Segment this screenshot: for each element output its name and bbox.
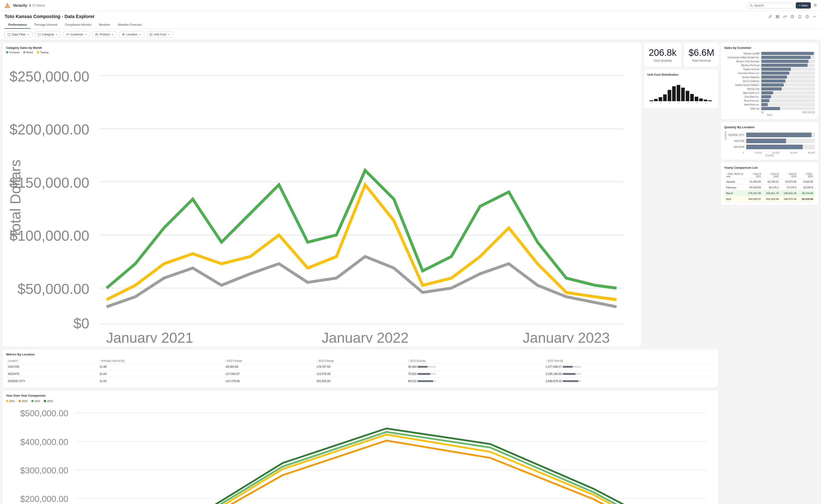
sales-customer-bars: Kansas LandfillCommunity Coffee Grinder … xyxy=(724,52,815,110)
col-2023-qty[interactable]: ↑ 2023 Quantity xyxy=(406,358,544,363)
svg-rect-8 xyxy=(776,17,777,18)
bookmark-icon[interactable] xyxy=(798,15,802,19)
layout-icon[interactable] xyxy=(776,15,779,19)
filter-category[interactable]: Category xyxy=(35,31,61,37)
user-icon xyxy=(66,33,69,36)
table-row: HOLTON 31.88 -28,565.89 178,767.53 46,46… xyxy=(6,363,715,370)
sales-by-customer-card: Sales by Customer Kansas LandfillCommuni… xyxy=(721,43,818,119)
share-icon[interactable] xyxy=(783,15,787,19)
yearly-col-2023[interactable]: ↑ Sum of 2023 xyxy=(780,172,798,179)
tab-weather[interactable]: Weather xyxy=(95,21,114,29)
map-pin-icon xyxy=(122,33,125,36)
customer-bar-row: Dust Blast Inc. xyxy=(724,95,815,98)
page-header: Toto Kansas Composting - Data Explorer i… xyxy=(0,11,821,29)
legend-mulch: Mulch xyxy=(23,51,33,54)
svg-text:January 2022: January 2022 xyxy=(321,330,408,343)
yearly-col-diff[interactable]: ↑ 2023 - 2022 xyxy=(798,172,815,179)
customer-bar-row: Other (6) xyxy=(724,107,815,110)
info-icon[interactable]: i xyxy=(805,15,809,19)
metrics-by-location-card: Metrics By Location Location ↑ ↑ Average… xyxy=(3,349,718,388)
yearly-col-month[interactable]: ↑ Date: Month of year xyxy=(724,172,745,179)
svg-rect-55 xyxy=(708,100,712,101)
svg-point-13 xyxy=(813,16,814,17)
qty-y-label: Location xyxy=(724,131,727,140)
category-chart-title: Category Sales by Month xyxy=(6,46,638,50)
settings-icon[interactable] xyxy=(813,3,817,8)
filter-customer[interactable]: Customer xyxy=(63,31,90,37)
filter-location[interactable]: Location xyxy=(119,31,144,37)
table-row: January21,403.4518,746.2124,575.865,829.… xyxy=(724,179,815,185)
svg-point-3 xyxy=(750,4,752,6)
col-avg-unit[interactable]: ↑ Average Unitcost ($) xyxy=(98,358,223,363)
svg-rect-21 xyxy=(96,34,98,36)
table-row: March175,427.38150,911.79199,631.4548,71… xyxy=(724,190,815,196)
col-2022-change[interactable]: ↑ 2022 Change xyxy=(223,358,315,363)
svg-text:$200,000.00: $200,000.00 xyxy=(9,121,89,137)
svg-text:January 2021: January 2021 xyxy=(106,330,193,343)
svg-rect-7 xyxy=(778,15,779,16)
col-2023-change[interactable]: ↑ 2023 Change xyxy=(315,358,406,363)
svg-text:Unit Cost: Unit Cost xyxy=(678,104,685,105)
calendar-icon xyxy=(8,33,10,36)
new-button[interactable]: + New xyxy=(796,2,811,9)
edit-icon[interactable] xyxy=(768,15,772,19)
table-row: February65,918.5656,175.172,375.916,200.… xyxy=(724,185,815,190)
legend-tipping: Tipping xyxy=(37,51,48,54)
sales-x-label: Sales xyxy=(724,114,815,116)
qty-location-title: Quantity By Location xyxy=(724,125,815,129)
filter-product[interactable]: Product xyxy=(92,31,117,37)
col-location[interactable]: Location ↑ xyxy=(6,358,98,363)
filter-date[interactable]: Date Filter xyxy=(5,31,32,37)
dollar-icon: $ xyxy=(150,33,152,36)
svg-text:$300,000.00: $300,000.00 xyxy=(20,466,68,475)
tab-tonnage[interactable]: Tonnage Inbound xyxy=(30,21,61,29)
kpi-revenue-label: Total Revenue xyxy=(692,59,711,62)
chevron-down-icon xyxy=(139,33,141,36)
kpi-quantity: 206.8k Total Quantity xyxy=(644,43,681,67)
svg-rect-50 xyxy=(686,91,689,101)
svg-text:$200,000.00: $200,000.00 xyxy=(20,494,68,504)
svg-line-4 xyxy=(752,6,753,7)
svg-rect-45 xyxy=(663,94,667,101)
yearly-comparison-title: Yearly Comparison List xyxy=(724,166,815,169)
qty-x-label: Quantity xyxy=(724,154,815,157)
page-title-row: Toto Kansas Composting - Data Explorer i xyxy=(5,14,816,21)
svg-rect-47 xyxy=(672,86,676,101)
filter-unit-cost[interactable]: $ Unit Cost xyxy=(146,31,173,37)
history-icon[interactable] xyxy=(790,15,794,19)
search-box[interactable]: Search xyxy=(747,3,793,8)
customer-bar-row: Concrete Vertex LLC xyxy=(724,72,815,75)
qty-bars: DODGE CITY HOLTON WICHITA xyxy=(728,131,815,151)
chevron-down-icon xyxy=(111,33,114,36)
yearly-col-2021[interactable]: ↑ Sum of 2021 xyxy=(745,172,763,179)
kpi-quantity-label: Total Quantity xyxy=(653,59,672,62)
customer-bar-row: Terra Form Inc. xyxy=(724,99,815,102)
yoy-title: Year Over Year Comparison xyxy=(6,394,715,397)
svg-text:January 2023: January 2023 xyxy=(523,330,610,343)
kpi-revenue-value: $6.6M xyxy=(689,47,714,58)
svg-point-22 xyxy=(123,34,124,34)
chevron-down-icon xyxy=(168,33,170,36)
customer-bar-row: Community Coffee Grinder Inc. xyxy=(724,56,815,59)
col-2023-total[interactable]: ↑ 2023 Total ($) xyxy=(544,358,715,363)
more-icon[interactable] xyxy=(813,15,816,19)
title-actions: i xyxy=(768,15,816,19)
chevron-down-icon xyxy=(56,33,58,36)
svg-point-15 xyxy=(815,16,816,17)
metrics-title: Metrics By Location xyxy=(6,353,715,356)
metrics-table: Location ↑ ↑ Average Unitcost ($) ↑ 2022… xyxy=(6,358,715,385)
svg-rect-49 xyxy=(681,88,685,101)
yearly-col-2022[interactable]: ↑ Sum of 2022 xyxy=(763,172,781,179)
svg-rect-19 xyxy=(38,33,40,36)
svg-rect-2 xyxy=(33,4,36,7)
svg-rect-6 xyxy=(776,15,777,16)
box-icon xyxy=(95,33,98,36)
app-logo[interactable]: Veracity3 xyxy=(4,2,31,9)
tab-compliance[interactable]: Compliance Monitor xyxy=(61,21,95,29)
customer-bar-row: Apex Earth LLC xyxy=(724,91,815,94)
legend-compost: Compost xyxy=(6,51,19,54)
tab-weather-forecast[interactable]: Weather Forecast xyxy=(114,21,145,29)
app-name: Veracity xyxy=(13,3,27,8)
customer-bar-row: Access Organics xyxy=(724,75,815,79)
tab-performance[interactable]: Performance xyxy=(5,21,30,29)
